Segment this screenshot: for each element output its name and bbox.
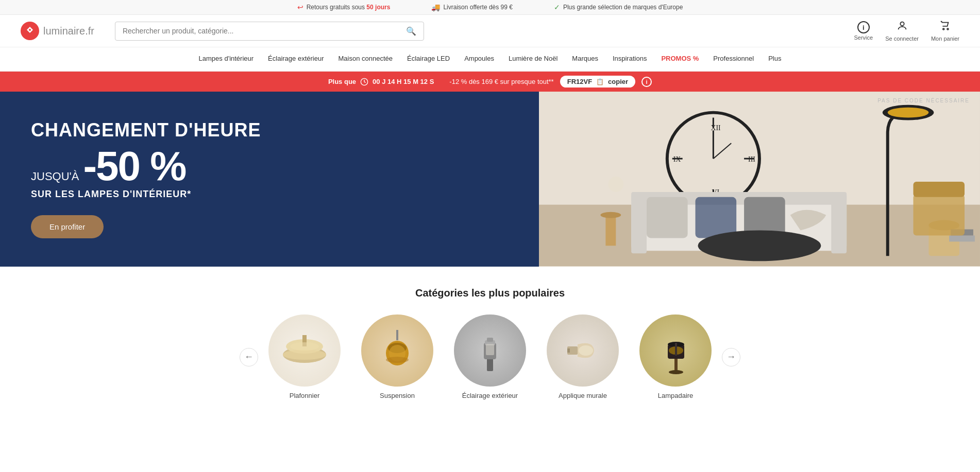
category-wall-label: Applique murale (559, 392, 607, 399)
svg-rect-61 (675, 343, 677, 356)
svg-point-1 (900, 22, 904, 26)
header: luminaire.fr 🔍 i Service Se connecter (0, 15, 980, 47)
svg-point-42 (290, 342, 319, 351)
hero-room-image: XII III VI IX (539, 92, 980, 267)
svg-rect-36 (914, 195, 965, 236)
nav-item-interior-lamps[interactable]: Lampes d'intérieur (193, 47, 260, 71)
nav-item-exterior-lighting[interactable]: Éclairage extérieur (262, 47, 330, 71)
promo-code-section: -12 % dès 169 € sur presque tout** FR12V… (449, 76, 652, 88)
svg-point-0 (29, 29, 31, 31)
category-ceiling-label: Plafonnier (290, 392, 320, 399)
nav-item-professional[interactable]: Professionnel (707, 47, 760, 71)
promo-code: FR12VF (567, 78, 592, 85)
svg-rect-51 (486, 344, 494, 355)
svg-point-47 (386, 357, 409, 363)
nav-item-promos[interactable]: PROMOS % (655, 47, 705, 71)
promo-info-button[interactable]: i (641, 77, 652, 87)
delivery-policy: 🚚 Livraison offerte dès 99 € (431, 3, 513, 11)
promo-discount-text: -12 % dès 169 € sur presque tout** (449, 78, 553, 85)
logo-icon (21, 22, 39, 40)
category-pendant[interactable]: Suspension (356, 314, 438, 399)
category-wall[interactable]: Applique murale (542, 314, 624, 399)
nav-item-led[interactable]: Éclairage LED (401, 47, 456, 71)
svg-rect-25 (647, 197, 688, 238)
no-code-label: PAS DE CODE NÉCESSAIRE (877, 98, 970, 103)
search-input[interactable] (123, 27, 402, 35)
return-text: Retours gratuits sous 50 jours (307, 4, 391, 11)
category-floor-label: Lampadaire (658, 392, 694, 399)
svg-rect-34 (949, 235, 975, 241)
hero-right: PAS DE CODE NÉCESSAIRE XII III VI IX (539, 92, 980, 267)
cart-label: Mon panier (931, 36, 959, 42)
svg-point-30 (601, 212, 621, 218)
categories-title: Catégories les plus populaires (21, 287, 959, 299)
svg-rect-37 (914, 182, 965, 197)
svg-point-41 (283, 349, 326, 360)
cart-icon (939, 20, 951, 34)
service-button[interactable]: i Service (854, 21, 873, 41)
return-policy: ↩ Retours gratuits sous 50 jours (297, 3, 391, 11)
svg-rect-43 (396, 330, 398, 340)
hero-banner: CHANGEMENT D'HEURE JUSQU'À -50 % SUR LES… (0, 92, 980, 267)
category-outdoor-image (454, 314, 526, 387)
category-pendant-label: Suspension (380, 392, 415, 399)
hero-title: CHANGEMENT D'HEURE (31, 120, 508, 141)
nav-item-inspirations[interactable]: Inspirations (606, 47, 653, 71)
svg-text:III: III (748, 155, 755, 163)
svg-text:IX: IX (673, 155, 681, 163)
hero-discount-prefix: JUSQU'À (31, 170, 79, 183)
svg-point-54 (579, 345, 593, 356)
hero-subtitle: SUR LES LAMPES D'INTÉRIEUR* (31, 189, 508, 200)
nav-item-brands[interactable]: Marques (566, 47, 604, 71)
category-floor[interactable]: Lampadaire (634, 314, 717, 399)
header-actions: i Service Se connecter Mon panier (854, 20, 959, 42)
delivery-text: Livraison offerte dès 99 € (443, 4, 513, 11)
category-floor-image (639, 314, 712, 387)
brands-text: Plus grande sélection de marques d'Europ… (563, 4, 683, 11)
brands-policy: ✓ Plus grande sélection de marques d'Eur… (554, 3, 683, 11)
svg-point-3 (948, 28, 949, 30)
cart-button[interactable]: Mon panier (931, 20, 959, 42)
categories-prev-button[interactable]: ← (240, 348, 258, 366)
categories-section: Catégories les plus populaires ← Plafonn… (0, 267, 980, 410)
svg-point-2 (943, 28, 944, 30)
logo[interactable]: luminaire.fr (21, 22, 94, 40)
categories-grid: Plafonnier Suspension (263, 314, 717, 399)
copy-label[interactable]: copier (608, 78, 628, 85)
logo-text: luminaire.fr (43, 25, 94, 37)
categories-nav: ← Plafonnier (21, 314, 959, 399)
check-icon: ✓ (554, 3, 560, 11)
svg-point-20 (888, 108, 929, 118)
search-icon[interactable]: 🔍 (406, 26, 416, 36)
category-outdoor[interactable]: Éclairage extérieur (449, 314, 531, 399)
return-icon: ↩ (297, 3, 303, 11)
svg-rect-55 (567, 348, 570, 353)
hero-discount: -50 % (83, 146, 185, 187)
login-label: Se connecter (885, 36, 919, 42)
hero-cta-button[interactable]: En profiter (31, 215, 104, 238)
main-nav: Lampes d'intérieur Éclairage extérieur M… (0, 47, 980, 72)
service-icon: i (857, 21, 870, 33)
top-bar: ↩ Retours gratuits sous 50 jours 🚚 Livra… (0, 0, 980, 15)
svg-rect-26 (696, 197, 737, 238)
promo-timer: Plus que 00 J 14 H 15 M 12 S (328, 78, 434, 86)
nav-item-smart-home[interactable]: Maison connectée (332, 47, 399, 71)
categories-next-button[interactable]: → (722, 348, 740, 366)
delivery-icon: 🚚 (431, 3, 440, 11)
category-ceiling-image (268, 314, 341, 387)
promo-timer-value: 00 J 14 H 15 M 12 S (373, 78, 434, 85)
svg-rect-52 (487, 338, 493, 342)
svg-rect-24 (831, 192, 847, 253)
category-outdoor-label: Éclairage extérieur (462, 392, 518, 399)
promo-code-box: FR12VF 📋 copier (560, 76, 635, 88)
nav-item-christmas[interactable]: Lumière de Noël (502, 47, 564, 71)
login-button[interactable]: Se connecter (885, 20, 919, 42)
copy-icon[interactable]: 📋 (596, 78, 604, 85)
nav-item-more[interactable]: Plus (762, 47, 787, 71)
search-bar: 🔍 (115, 22, 424, 41)
svg-point-57 (669, 370, 683, 374)
clock-icon (360, 78, 368, 86)
nav-item-bulbs[interactable]: Ampoules (458, 47, 500, 71)
svg-point-31 (608, 177, 623, 192)
category-ceiling[interactable]: Plafonnier (263, 314, 346, 399)
